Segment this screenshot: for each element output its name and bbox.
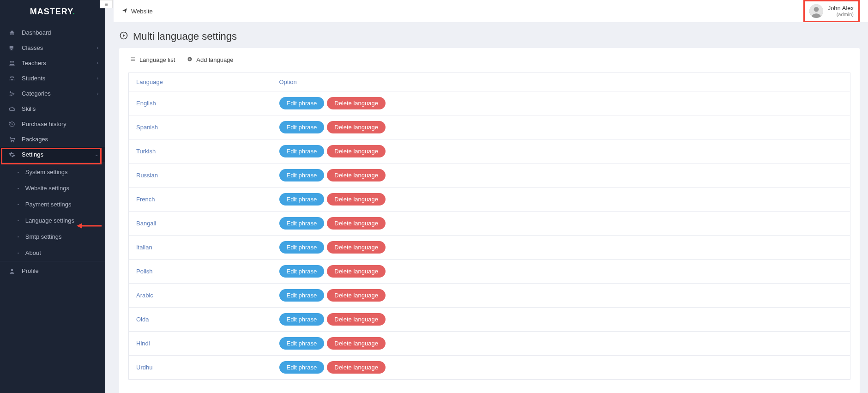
page-title: Multi language settings [133, 30, 237, 42]
sidebar-item-label: Purchase history [22, 121, 66, 127]
sub-item-website-settings[interactable]: •Website settings [0, 180, 105, 196]
language-actions: Edit phraseDelete language [272, 356, 850, 380]
edit-phrase-button[interactable]: Edit phrase [279, 289, 325, 302]
sidebar-item-purchase-history[interactable]: Purchase history [0, 116, 105, 132]
delete-language-button[interactable]: Delete language [327, 169, 386, 181]
tab-add-language[interactable]: Add language [187, 56, 233, 63]
language-name: English [129, 91, 272, 115]
language-name: Oida [129, 308, 272, 332]
language-actions: Edit phraseDelete language [272, 139, 850, 163]
tab-label: Add language [196, 56, 233, 63]
chevron-right-icon: › [97, 45, 98, 50]
history-icon [7, 121, 17, 127]
sidebar-item-skills[interactable]: Skills [0, 101, 105, 116]
bullet-icon: • [18, 235, 19, 239]
th-language: Language [129, 73, 272, 91]
sidebar-item-settings[interactable]: Settings ⌄ [0, 147, 105, 162]
sidebar-item-dashboard[interactable]: Dashboard [0, 25, 105, 40]
sidebar: MASTERY. ≡ Dashboard Classes › [0, 0, 105, 393]
website-link-label: Website [131, 8, 153, 15]
svg-point-10 [11, 269, 13, 271]
delete-language-button[interactable]: Delete language [327, 265, 386, 278]
brand-dot: . [72, 7, 75, 16]
user-name: John Alex [828, 5, 854, 12]
categories-icon [7, 91, 17, 97]
sub-item-smtp-settings[interactable]: •Smtp settings [0, 229, 105, 245]
edit-phrase-button[interactable]: Edit phrase [279, 121, 325, 133]
main: Website John Alex (admin) Multi language… [105, 0, 868, 393]
sidebar-item-profile[interactable]: Profile [0, 263, 105, 278]
sub-item-about[interactable]: •About [0, 245, 105, 261]
tabs: Language list Add language [119, 54, 860, 68]
svg-point-0 [10, 61, 12, 63]
delete-language-button[interactable]: Delete language [327, 241, 386, 254]
edit-phrase-button[interactable]: Edit phrase [279, 217, 325, 230]
edit-phrase-button[interactable]: Edit phrase [279, 193, 325, 206]
sidebar-item-categories[interactable]: Categories › [0, 86, 105, 101]
table-row: TurkishEdit phraseDelete language [129, 139, 850, 163]
tab-language-list[interactable]: Language list [130, 56, 175, 63]
chevron-down-icon: ⌄ [95, 152, 98, 157]
sub-item-system-settings[interactable]: •System settings [0, 164, 105, 180]
bullet-icon: • [18, 218, 19, 223]
sidebar-item-teachers[interactable]: Teachers › [0, 55, 105, 71]
delete-language-button[interactable]: Delete language [327, 121, 386, 133]
bullet-icon: • [18, 186, 19, 190]
edit-phrase-button[interactable]: Edit phrase [279, 265, 325, 278]
edit-phrase-button[interactable]: Edit phrase [279, 337, 325, 350]
sidebar-item-label: Teachers [22, 60, 46, 67]
edit-phrase-button[interactable]: Edit phrase [279, 169, 325, 181]
sub-item-label: Language settings [25, 217, 74, 224]
sidebar-item-label: Dashboard [22, 29, 51, 36]
delete-language-button[interactable]: Delete language [327, 361, 386, 374]
svg-marker-12 [77, 223, 82, 229]
sidebar-item-students[interactable]: Students › [0, 71, 105, 86]
svg-point-14 [814, 7, 819, 12]
sidebar-item-classes[interactable]: Classes › [0, 40, 105, 55]
delete-language-button[interactable]: Delete language [327, 337, 386, 350]
delete-language-button[interactable]: Delete language [327, 145, 386, 157]
language-name: Hindi [129, 332, 272, 356]
teachers-icon [7, 60, 17, 67]
user-menu[interactable]: John Alex (admin) [803, 0, 860, 22]
svg-point-9 [13, 141, 14, 142]
sidebar-item-label: Packages [22, 136, 48, 143]
table-row: HindiEdit phraseDelete language [129, 332, 850, 356]
delete-language-button[interactable]: Delete language [327, 289, 386, 302]
edit-phrase-button[interactable]: Edit phrase [279, 361, 325, 374]
svg-point-1 [12, 61, 14, 63]
language-name: Italian [129, 236, 272, 260]
delete-language-button[interactable]: Delete language [327, 217, 386, 230]
edit-phrase-button[interactable]: Edit phrase [279, 145, 325, 157]
bullet-icon: • [18, 202, 19, 206]
sidebar-item-label: Profile [22, 267, 39, 274]
svg-point-6 [10, 95, 11, 96]
table-row: ArabicEdit phraseDelete language [129, 284, 850, 308]
sidebar-item-packages[interactable]: Packages [0, 132, 105, 147]
sub-item-label: System settings [25, 169, 68, 175]
delete-language-button[interactable]: Delete language [327, 193, 386, 206]
bullet-icon: • [18, 170, 19, 174]
paper-plane-icon [122, 8, 127, 15]
language-actions: Edit phraseDelete language [272, 308, 850, 332]
edit-phrase-button[interactable]: Edit phrase [279, 313, 325, 326]
students-icon [7, 75, 17, 82]
delete-language-button[interactable]: Delete language [327, 313, 386, 326]
sidebar-toggle[interactable]: ≡ [100, 0, 113, 8]
sub-item-payment-settings[interactable]: •Payment settings [0, 196, 105, 212]
edit-phrase-button[interactable]: Edit phrase [279, 97, 325, 109]
sub-item-label: Payment settings [25, 201, 72, 208]
website-link[interactable]: Website [122, 8, 153, 15]
cloud-icon [7, 106, 17, 112]
table-row: PolishEdit phraseDelete language [129, 260, 850, 284]
svg-rect-18 [131, 60, 135, 61]
list-icon [130, 56, 136, 63]
table-row: OidaEdit phraseDelete language [129, 308, 850, 332]
svg-point-7 [13, 93, 14, 94]
sub-item-label: Smtp settings [25, 233, 62, 240]
user-icon [7, 268, 17, 274]
language-name: Russian [129, 163, 272, 187]
delete-language-button[interactable]: Delete language [327, 97, 386, 109]
chevron-right-icon: › [97, 76, 98, 81]
edit-phrase-button[interactable]: Edit phrase [279, 241, 325, 254]
